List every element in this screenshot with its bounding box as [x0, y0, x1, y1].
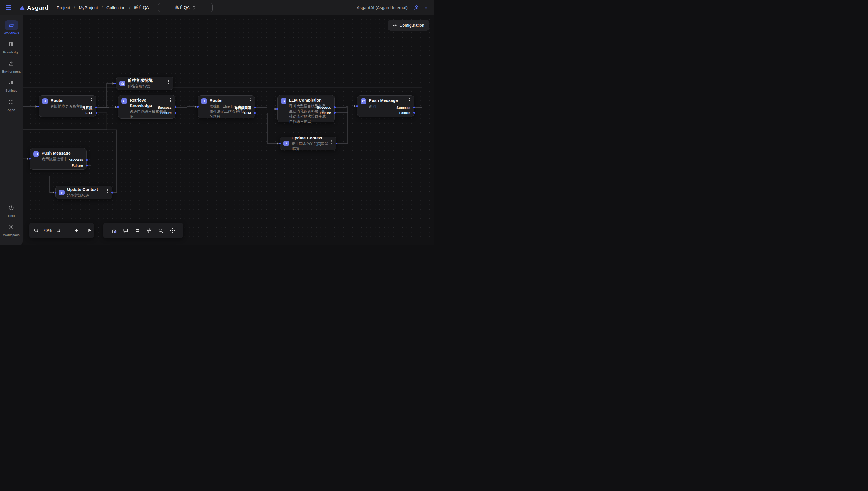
workflow-node-push-ask[interactable]: Push Message追問SuccessFailure [357, 95, 414, 117]
workflow-node-uc-fixed[interactable]: Update Context產生固定的追問問題與選項 [280, 137, 336, 150]
workflow-node-push-flow[interactable]: Push Message表示流量控管中SuccessFailure [30, 148, 87, 170]
sidebar-item-knowledge[interactable]: Knowledge [1, 39, 22, 54]
node-menu-button[interactable] [328, 98, 332, 103]
node-menu-button[interactable] [80, 151, 84, 155]
breadcrumb-workflow[interactable]: 飯店QA [134, 5, 149, 10]
zoom-out-icon [34, 228, 39, 233]
sidebar-item-apps[interactable]: Apps [1, 97, 22, 112]
node-menu-button[interactable] [89, 98, 93, 103]
edge-layer [23, 15, 434, 246]
output-port-label: Else [85, 111, 92, 116]
sidebar-item-settings[interactable]: Settings [1, 78, 22, 92]
toolbar-push-message-button[interactable] [123, 227, 129, 234]
zoom-level: 79% [43, 228, 52, 233]
sidebar-item-workflows[interactable]: Workflows [1, 20, 22, 35]
swap-arrows-icon [283, 141, 289, 146]
llm-bulb-icon [281, 98, 287, 104]
output-port-label: Failure [72, 164, 83, 168]
sidebar-item-workspace[interactable]: Workspace [1, 222, 22, 237]
move-icon [169, 227, 176, 234]
output-port-label: Failure [160, 111, 172, 115]
output-port-label: Success [158, 105, 172, 110]
zoom-in-icon [56, 228, 61, 233]
node-menu-button[interactable] [407, 98, 411, 103]
toolbar-retrieve-knowledge-button[interactable] [158, 227, 164, 234]
folder-icon [8, 22, 15, 28]
output-port-label: Success [397, 106, 410, 110]
output-port-label: Else [244, 111, 251, 116]
search-icon [121, 98, 127, 104]
toolbar-router-button[interactable] [134, 227, 141, 234]
workflow-select[interactable]: 飯店QA [158, 3, 213, 12]
zoom-out-button[interactable] [34, 228, 39, 233]
output-port-label: Failure [399, 111, 410, 115]
user-icon[interactable] [413, 5, 419, 11]
swap-arrows-icon [42, 98, 48, 104]
select-chevrons-icon [192, 5, 195, 10]
toolbar-llm-completion-button[interactable] [146, 227, 152, 234]
play-icon [87, 228, 92, 233]
node-menu-button[interactable] [166, 80, 170, 84]
workflow-edge [96, 83, 113, 108]
chat-bubble-icon [360, 98, 366, 104]
output-port-label: Failure [320, 111, 331, 115]
workflow-canvas[interactable]: Configuration 79% 前往客服情境前往客服情境Router判斷情境… [23, 15, 434, 246]
workflow-node-router1[interactable]: Router判斷情境是否為客服是客服Else [39, 95, 96, 117]
sidebar-item-environment[interactable]: Environment [1, 59, 22, 73]
run-button[interactable] [87, 228, 92, 233]
node-menu-button[interactable] [105, 189, 109, 193]
node-title: Push Message [42, 151, 71, 155]
output-port-label: 是客服 [82, 106, 92, 110]
workflow-edge [336, 106, 354, 143]
sliders-icon [8, 80, 15, 86]
zoom-in-button[interactable] [56, 228, 61, 233]
node-subtitle: 清除對話紀錄 [67, 193, 105, 198]
chat-bubble-icon [33, 151, 39, 157]
house-plus-icon [119, 81, 125, 86]
apps-grid-icon [8, 99, 15, 105]
node-menu-button[interactable] [248, 98, 252, 103]
toolbar-move-button[interactable] [169, 227, 176, 234]
app-root: Asgard Project / MyProject / Collection … [0, 0, 434, 246]
search-icon [158, 227, 164, 234]
node-title: Update Context [67, 187, 98, 192]
node-title: Retrieve Knowledge [130, 98, 152, 108]
workflow-edge [255, 113, 277, 143]
gear-icon [393, 23, 397, 28]
node-title: Push Message [369, 98, 398, 103]
logo[interactable]: Asgard [20, 4, 49, 11]
sidebar-item-help[interactable]: Help [1, 203, 22, 218]
logo-triangle-icon [20, 5, 25, 10]
output-port-label: Success [317, 105, 331, 110]
add-button[interactable] [74, 228, 79, 233]
configuration-button[interactable]: Configuration [388, 20, 429, 31]
help-circle-icon [8, 205, 15, 211]
node-title: LLM Completion [289, 98, 322, 103]
logo-text: Asgard [27, 4, 49, 11]
breadcrumb-project[interactable]: Project [57, 5, 70, 10]
workflow-node-retrieve[interactable]: Retrieve Knowledge透過自然語言檢索知識庫SuccessFail… [118, 95, 175, 119]
chevron-down-icon[interactable] [424, 5, 428, 10]
node-menu-button[interactable] [329, 139, 333, 144]
workflow-edge [175, 107, 195, 107]
toolbar-add-scenario-button[interactable] [111, 227, 117, 234]
node-title: Update Context [292, 136, 322, 140]
swap-arrows-icon [201, 98, 207, 104]
workflow-node-uc-clear[interactable]: Update Context清除對話紀錄 [55, 185, 112, 199]
output-port-label: 有相似問題 [234, 106, 251, 110]
output-port-label: Success [69, 158, 83, 163]
hamburger-menu-button[interactable] [5, 4, 13, 11]
llm-bulb-icon [146, 227, 152, 234]
node-toolbar [103, 223, 183, 238]
node-menu-button[interactable] [168, 98, 172, 103]
workflow-node-router2[interactable]: Router依據If、Else If、Else 條件決定工作流程執行的路徑有相似… [198, 95, 255, 118]
chat-bubble-icon [123, 227, 129, 234]
workflow-node-llm[interactable]: LLM Completion呼叫大型語言模型並產生結構化的資料輸出以輔助流程的決… [277, 95, 335, 122]
workflow-node-scenario[interactable]: 前往客服情境前往客服情境 [116, 77, 173, 90]
swap-arrows-icon [59, 190, 64, 195]
node-subtitle: 產生固定的追問問題與選項 [292, 141, 329, 152]
breadcrumb-collection[interactable]: Collection [107, 5, 126, 10]
node-subtitle: 前往客服情境 [128, 84, 165, 89]
breadcrumb-myproject[interactable]: MyProject [79, 5, 98, 10]
gear-icon [8, 224, 15, 230]
